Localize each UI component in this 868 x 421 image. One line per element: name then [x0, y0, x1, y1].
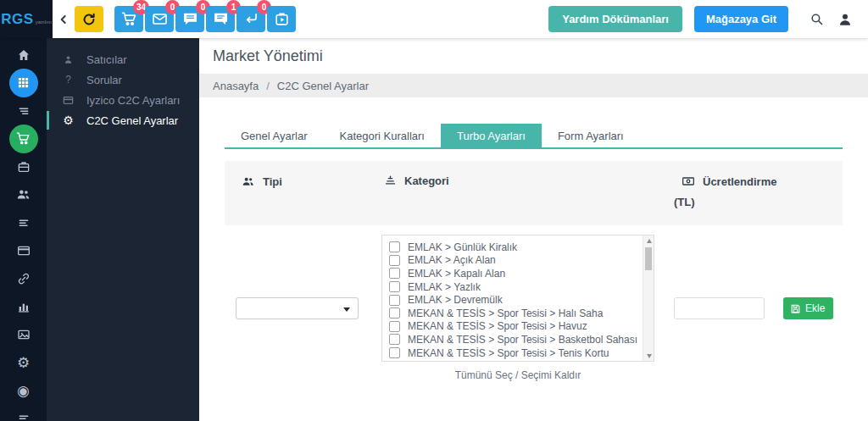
- collapse-sidebar-button[interactable]: [53, 0, 75, 38]
- cart-icon: [16, 131, 31, 146]
- category-option[interactable]: MEKAN & TESİS > Spor Tesisi > Tenis Kort…: [389, 346, 637, 360]
- price-input[interactable]: [674, 297, 765, 319]
- add-button[interactable]: Ekle: [783, 297, 833, 319]
- checkbox[interactable]: [389, 307, 400, 319]
- breadcrumb-separator: /: [266, 80, 270, 92]
- checkbox[interactable]: [389, 321, 400, 332]
- rail-item-links[interactable]: [0, 264, 47, 292]
- checkbox[interactable]: [389, 268, 400, 279]
- rail-item-lists[interactable]: [0, 97, 47, 125]
- category-option[interactable]: MEKAN & TESİS > Spor Tesisi > Havuz: [389, 320, 637, 334]
- search-button[interactable]: [802, 5, 831, 34]
- submenu-item-c2c-genel-ayarlar[interactable]: ⚙ C2C Genel Ayarlar: [47, 110, 199, 130]
- category-option[interactable]: MEKAN & TESİS > Spor Tesisi > Halı Saha: [389, 307, 637, 320]
- category-option[interactable]: MEKAN & TESİS > Spor Tesisi > Basketbol …: [389, 333, 637, 346]
- comments-button[interactable]: 0: [175, 6, 204, 32]
- scroll-thumb[interactable]: [645, 247, 652, 270]
- person-icon: [61, 55, 75, 64]
- submenu-item-iyzico-c2c-ayarlari[interactable]: Iyzico C2C Ayarları: [47, 90, 199, 110]
- help-docs-button[interactable]: Yardım Dökümanları: [548, 6, 682, 32]
- cart-icon: [121, 11, 137, 27]
- rail-item-more[interactable]: [0, 404, 47, 421]
- checkbox[interactable]: [389, 347, 400, 358]
- credit-card-icon: [17, 244, 31, 258]
- chevron-left-icon: [57, 13, 70, 26]
- cart-button[interactable]: 34: [114, 6, 143, 32]
- scroll-up-arrow[interactable]: [643, 235, 654, 246]
- users-icon: [16, 187, 31, 202]
- checkbox[interactable]: [389, 255, 400, 266]
- add-button-label: Ekle: [805, 302, 825, 314]
- market-circle: [9, 125, 38, 153]
- rail-item-media[interactable]: [0, 320, 47, 348]
- users-icon: [242, 174, 255, 188]
- breadcrumb: Anasayfa / C2C Genel Ayarlar: [199, 74, 868, 97]
- lines-icon: [17, 104, 31, 118]
- rail-item-apps[interactable]: [0, 69, 47, 97]
- tabs: Genel Ayarlar Kategori Kuralları Turbo A…: [225, 124, 843, 149]
- column-pricing-unit: (TL): [674, 196, 843, 208]
- go-to-store-button[interactable]: Mağazaya Git: [694, 6, 788, 32]
- pricing-cell: Ekle: [650, 235, 843, 319]
- question-icon: ?: [61, 74, 75, 86]
- rail-item-home[interactable]: [0, 41, 47, 69]
- user-menu-button[interactable]: [831, 5, 860, 34]
- type-select[interactable]: [236, 297, 359, 319]
- column-category: Kategori: [370, 174, 650, 208]
- refresh-button[interactable]: [75, 6, 103, 32]
- topbar-right: Yardım Dökümanları Mağazaya Git: [548, 0, 868, 38]
- submenu-item-label: Satıcılar: [86, 53, 127, 66]
- chat-button[interactable]: 1: [206, 6, 235, 32]
- logo[interactable]: RGS yazılım: [0, 0, 53, 38]
- tab-kategori-kurallari[interactable]: Kategori Kuralları: [324, 124, 441, 147]
- category-option[interactable]: EMLAK > Günlük Kiralık: [389, 241, 637, 254]
- chat-icon: [213, 11, 229, 27]
- apps-circle: [9, 69, 38, 97]
- logo-suffix: yazılım: [36, 19, 52, 25]
- type-cell: [225, 235, 370, 319]
- app-body: ⚙ ◉ Satıcılar ? Sorular Iyzico C2C Ayarl…: [0, 38, 868, 421]
- checkbox[interactable]: [389, 295, 400, 306]
- icon-rail: ⚙ ◉: [0, 38, 47, 421]
- checkbox[interactable]: [389, 281, 400, 292]
- return-arrow-icon: [243, 11, 259, 27]
- link-icon: [17, 272, 31, 285]
- checkbox[interactable]: [389, 334, 400, 345]
- tab-form-ayarlari[interactable]: Form Ayarları: [542, 124, 640, 147]
- listbox-scrollbar[interactable]: [643, 235, 654, 361]
- rail-item-payments[interactable]: [0, 236, 47, 264]
- tab-genel-ayarlar[interactable]: Genel Ayarlar: [225, 124, 324, 147]
- returns-button[interactable]: 0: [236, 6, 265, 32]
- gear-icon: ⚙: [61, 114, 75, 127]
- rail-item-targets[interactable]: ◉: [0, 376, 47, 404]
- tab-turbo-ayarlari[interactable]: Turbo Ayarları: [441, 124, 542, 147]
- turbo-form-row: EMLAK > Günlük Kiralık EMLAK > Açık Alan…: [225, 235, 843, 381]
- checkbox[interactable]: [389, 241, 400, 252]
- logo-text: RGS: [1, 11, 33, 28]
- rail-item-settings[interactable]: ⚙: [0, 348, 47, 376]
- rail-item-market[interactable]: [0, 125, 47, 152]
- lines-icon: [17, 412, 31, 421]
- category-option[interactable]: EMLAK > Kapalı Alan: [389, 267, 637, 280]
- breadcrumb-home-link[interactable]: Anasayfa: [213, 80, 259, 92]
- refresh-icon: [81, 12, 97, 27]
- submenu-item-saticilar[interactable]: Satıcılar: [47, 49, 199, 69]
- mail-button[interactable]: 0: [145, 6, 174, 32]
- credit-card-icon: [61, 95, 75, 106]
- category-listbox[interactable]: EMLAK > Günlük Kiralık EMLAK > Açık Alan…: [381, 235, 654, 362]
- breadcrumb-current: C2C Genel Ayarlar: [277, 80, 369, 92]
- home-icon: [17, 48, 31, 62]
- category-option[interactable]: EMLAK > Yazlık: [389, 280, 637, 294]
- category-option[interactable]: EMLAK > Açık Alan: [389, 254, 637, 268]
- rail-item-reports[interactable]: [0, 292, 47, 320]
- scroll-down-arrow[interactable]: [643, 351, 654, 361]
- submenu-item-sorular[interactable]: ? Sorular: [47, 69, 199, 90]
- sort-layers-icon: [384, 174, 397, 187]
- submenu-item-label: Iyzico C2C Ayarları: [86, 94, 180, 107]
- rail-item-products[interactable]: [0, 152, 47, 180]
- category-option[interactable]: EMLAK > Devremülk: [389, 293, 637, 307]
- rail-item-orders[interactable]: [0, 208, 47, 236]
- select-all-toggle[interactable]: Tümünü Seç / Seçimi Kaldır: [381, 369, 654, 381]
- rail-item-customers[interactable]: [0, 180, 47, 208]
- store-media-button[interactable]: [267, 6, 296, 32]
